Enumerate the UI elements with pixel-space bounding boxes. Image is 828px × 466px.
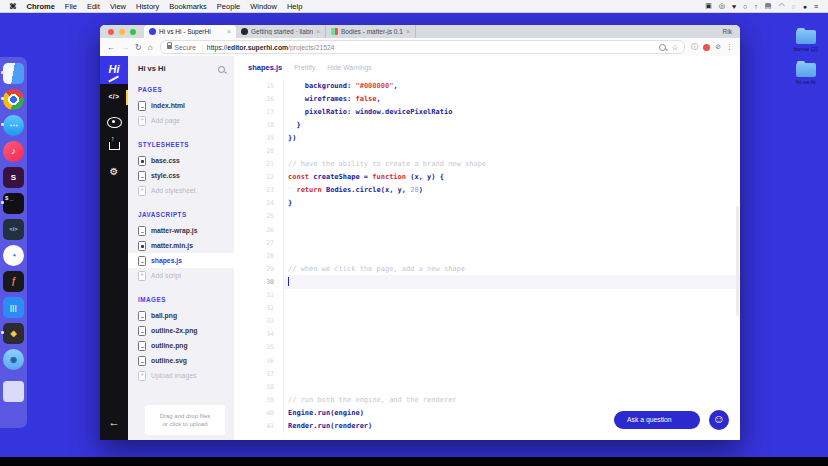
desktop-folder-home[interactable]: home (2) bbox=[787, 30, 825, 52]
dock-item-trash[interactable] bbox=[0, 378, 27, 404]
notification-center-icon[interactable]: ≡ bbox=[814, 3, 818, 10]
extension-disabled-icon[interactable]: ⊘ bbox=[715, 43, 721, 51]
dock-item-chrome[interactable] bbox=[0, 86, 27, 112]
file-item-outline.svg[interactable]: outline.svg bbox=[128, 353, 234, 368]
extension-info-icon[interactable]: ⓘ bbox=[691, 42, 698, 52]
tab-close-icon[interactable]: × bbox=[406, 28, 410, 35]
address-bar[interactable]: Secure | https:// editor.superhi.com /pr… bbox=[160, 40, 686, 54]
reload-icon[interactable]: ↻ bbox=[135, 43, 142, 52]
browser-tab[interactable]: Bodies - matter-js 0.14.2 Ph× bbox=[326, 25, 416, 38]
code-view-icon[interactable]: </> bbox=[100, 93, 128, 100]
menu-file[interactable]: File bbox=[65, 2, 77, 11]
upload-images-button[interactable]: Upload images bbox=[128, 368, 234, 383]
browser-tab[interactable]: Getting started · liabru/matte× bbox=[236, 25, 326, 38]
chrome-menu-icon[interactable]: ⋮ bbox=[726, 43, 733, 51]
add-stylesheet-button[interactable]: Add stylesheet bbox=[128, 183, 234, 198]
dock-item-terminal[interactable]: $ _ bbox=[0, 190, 27, 216]
file-item-shapes.js[interactable]: shapes.js bbox=[128, 253, 234, 268]
code-line-28[interactable]: 28 bbox=[234, 249, 740, 262]
back-icon[interactable]: ← bbox=[107, 43, 115, 52]
spotlight-search-icon[interactable]: ◌ bbox=[792, 3, 796, 10]
code-line-36[interactable]: 36 bbox=[234, 354, 740, 367]
code-lines[interactable]: 15 background: "#000000",16 wireframes: … bbox=[234, 79, 740, 440]
menu-edit[interactable]: Edit bbox=[87, 2, 100, 11]
file-item-matter.min.js[interactable]: matter.min.js bbox=[128, 238, 234, 253]
back-arrow-button[interactable]: ← bbox=[100, 416, 128, 428]
search-icon[interactable] bbox=[659, 44, 666, 51]
file-item-outline-2x.png[interactable]: outline-2x.png bbox=[128, 323, 234, 338]
code-line-26[interactable]: 26 bbox=[234, 223, 740, 236]
home-icon[interactable]: ⌂ bbox=[148, 43, 153, 52]
upload-dropzone[interactable]: Drag and drop files or click to upload bbox=[145, 405, 225, 435]
forward-icon[interactable]: → bbox=[121, 43, 129, 52]
file-item-index.html[interactable]: index.html bbox=[128, 98, 234, 113]
vanilla-icon[interactable]: ♥ bbox=[732, 3, 736, 10]
code-line-30[interactable]: 30 bbox=[234, 275, 740, 288]
window-zoom-button[interactable] bbox=[130, 29, 136, 35]
apple-menu-icon[interactable]: ⌘ bbox=[9, 2, 17, 11]
code-line-25[interactable]: 25 bbox=[234, 210, 740, 223]
code-line-24[interactable]: 24} bbox=[234, 197, 740, 210]
dock-item-figma[interactable]: ƒ bbox=[0, 268, 27, 294]
menu-history[interactable]: History bbox=[136, 2, 159, 11]
dock-item-finder[interactable] bbox=[0, 60, 27, 86]
dock-item-slack[interactable]: S bbox=[0, 164, 27, 190]
code-line-39[interactable]: 39// run both the engine, and the render… bbox=[234, 393, 740, 406]
display-mirroring-icon[interactable]: ▣ bbox=[705, 2, 712, 10]
hide-warnings-button[interactable]: Hide Warnings bbox=[327, 64, 371, 71]
code-line-17[interactable]: 17 pixelRatio: window.devicePixelRatio bbox=[234, 105, 740, 118]
code-line-22[interactable]: 22const createShape = function (x, y) { bbox=[234, 171, 740, 184]
settings-gear-icon[interactable]: ⚙ bbox=[100, 166, 128, 177]
code-line-23[interactable]: 23 return Bodies.circle(x, y, 20) bbox=[234, 184, 740, 197]
bookmark-star-icon[interactable]: ☆ bbox=[671, 43, 678, 52]
file-search-icon[interactable] bbox=[218, 66, 225, 73]
file-item-outline.png[interactable]: outline.png bbox=[128, 338, 234, 353]
code-line-27[interactable]: 27 bbox=[234, 236, 740, 249]
share-icon[interactable] bbox=[100, 142, 128, 150]
file-item-matter-wrap.js[interactable]: matter-wrap.js bbox=[128, 223, 234, 238]
code-line-19[interactable]: 19}) bbox=[234, 131, 740, 144]
code-line-15[interactable]: 15 background: "#000000", bbox=[234, 79, 740, 92]
window-close-button[interactable] bbox=[108, 29, 114, 35]
preview-eye-icon[interactable] bbox=[100, 117, 128, 128]
code-line-37[interactable]: 37 bbox=[234, 367, 740, 380]
menu-chrome[interactable]: Chrome bbox=[27, 2, 55, 11]
code-line-32[interactable]: 32 bbox=[234, 302, 740, 315]
keystroke-viewer-icon[interactable]: ◎ bbox=[719, 2, 725, 10]
dock-item-messages[interactable]: ⋯ bbox=[0, 112, 27, 138]
dropbox-icon[interactable]: ○ bbox=[743, 3, 747, 10]
file-item-base.css[interactable]: base.css bbox=[128, 153, 234, 168]
code-line-29[interactable]: 29// when we click the page, add a new s… bbox=[234, 262, 740, 275]
code-line-16[interactable]: 16 wireframes: false, bbox=[234, 92, 740, 105]
window-minimize-button[interactable] bbox=[119, 29, 125, 35]
help-smiley-button[interactable]: ☺ bbox=[709, 410, 729, 430]
dock-item-design-app[interactable]: ◆ bbox=[0, 320, 27, 346]
add-page-button[interactable]: Add page bbox=[128, 113, 234, 128]
prettify-button[interactable]: Prettify bbox=[294, 64, 315, 71]
superhi-logo[interactable]: Hi bbox=[100, 56, 128, 84]
browser-tab[interactable]: Hi vs Hi - SuperHi× bbox=[144, 25, 236, 38]
airplay-icon[interactable]: ▤ bbox=[765, 2, 772, 10]
code-line-34[interactable]: 34 bbox=[234, 328, 740, 341]
code-line-18[interactable]: 18 } bbox=[234, 118, 740, 131]
file-item-ball.png[interactable]: ball.png bbox=[128, 308, 234, 323]
menu-bookmarks[interactable]: Bookmarks bbox=[169, 2, 207, 11]
scrollbar-thumb[interactable] bbox=[736, 206, 739, 316]
upload-status-icon[interactable]: ↑ bbox=[754, 3, 758, 10]
profile-name[interactable]: Rik bbox=[723, 28, 740, 35]
menu-view[interactable]: View bbox=[110, 2, 126, 11]
wifi-icon[interactable]: ◠ bbox=[778, 2, 784, 10]
code-line-31[interactable]: 31 bbox=[234, 289, 740, 302]
code-line-33[interactable]: 33 bbox=[234, 315, 740, 328]
dock-item-code-editor[interactable]: </> bbox=[0, 216, 27, 242]
add-script-button[interactable]: Add script bbox=[128, 268, 234, 283]
dock-item-intercom[interactable]: ||| bbox=[0, 294, 27, 320]
code-line-20[interactable]: 20 bbox=[234, 144, 740, 157]
code-line-21[interactable]: 21// have the ability to create a brand … bbox=[234, 158, 740, 171]
menu-people[interactable]: People bbox=[217, 2, 240, 11]
code-line-35[interactable]: 35 bbox=[234, 341, 740, 354]
dock-item-twitter-app[interactable]: ◉ bbox=[0, 346, 27, 372]
dock-item-music[interactable]: ♪ bbox=[0, 138, 27, 164]
adblock-icon[interactable] bbox=[703, 44, 710, 51]
code-line-38[interactable]: 38 bbox=[234, 380, 740, 393]
